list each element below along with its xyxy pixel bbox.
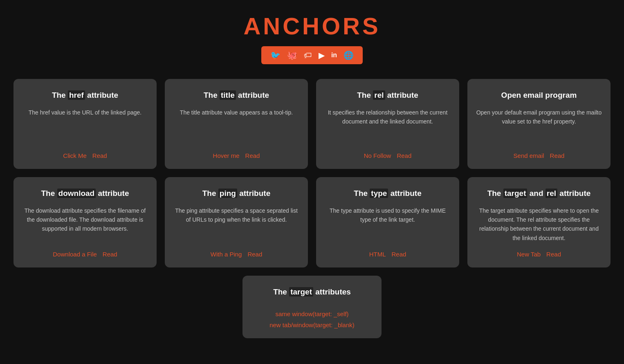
card-target-attrs: The target attributes same window(target… (242, 276, 382, 338)
card-download-desc: The download attribute specifies the fil… (22, 206, 148, 243)
card-target-blank-link[interactable]: new tab/window(target: _blank) (255, 321, 369, 328)
card-target-attrs-title: The target attributes (273, 287, 351, 297)
card-title-attr-title: The title attribute (204, 90, 269, 101)
card-email-links: Send email Read (514, 152, 565, 159)
card-rel-links: No Follow Read (364, 152, 412, 159)
row2-grid: The download attribute The download attr… (13, 177, 611, 267)
twitter-icon[interactable]: 🐦 (267, 49, 284, 61)
bottom-center-area: The target attributes same window(target… (13, 276, 611, 338)
card-type-link1[interactable]: HTML (369, 251, 386, 258)
social-icons-container: 🐦 🐙 🏷 ▶ in 🌐 (261, 46, 363, 64)
card-title-attr-links: Hover me Read (213, 152, 260, 159)
card-rel-desc: It specifies the relationship between th… (324, 108, 451, 144)
card-title-link2[interactable]: Read (245, 152, 260, 159)
card-rel-link1[interactable]: No Follow (364, 152, 391, 159)
card-target-rel-title: The target and rel attribute (487, 189, 591, 199)
card-rel: The rel attribute It specifies the relat… (316, 79, 459, 169)
card-type-links: HTML Read (369, 251, 406, 258)
card-href-title: The href attribute (52, 90, 118, 101)
card-target-rel: The target and rel attribute The target … (467, 177, 611, 267)
card-target-attrs-links: same window(target: _self) new tab/windo… (255, 310, 369, 328)
card-title-attr-desc: The title attribute value appears as a t… (180, 108, 293, 144)
card-ping-links: With a Ping Read (211, 251, 263, 258)
youtube-icon[interactable]: ▶ (315, 49, 328, 61)
card-target-rel-link1[interactable]: New Tab (517, 251, 541, 258)
card-title-link1[interactable]: Hover me (213, 152, 240, 159)
card-href-links: Click Me Read (63, 152, 107, 159)
card-ping-desc: The ping attribute specifies a space sep… (173, 206, 300, 243)
card-target-rel-link2[interactable]: Read (546, 251, 561, 258)
card-title-attr: The title attribute The title attribute … (165, 79, 308, 169)
card-target-rel-desc: The target attribute specifies where to … (476, 206, 602, 243)
card-href-link2[interactable]: Read (92, 152, 107, 159)
card-type-title: The type attribute (354, 189, 421, 199)
row1-grid: The href attribute The href value is the… (13, 79, 611, 169)
card-email-link2[interactable]: Read (550, 152, 565, 159)
card-download-title: The download attribute (41, 189, 129, 199)
card-rel-link2[interactable]: Read (397, 152, 411, 159)
card-href: The href attribute The href value is the… (13, 79, 157, 169)
card-email-link1[interactable]: Send email (514, 152, 544, 159)
card-download-links: Download a File Read (53, 251, 117, 258)
card-href-link1[interactable]: Click Me (63, 152, 87, 159)
card-type-desc: The type attribute is used to specify th… (324, 206, 451, 243)
card-target-rel-links: New Tab Read (517, 251, 561, 258)
card-type: The type attribute The type attribute is… (316, 177, 459, 267)
card-ping-link1[interactable]: With a Ping (211, 251, 242, 258)
card-email-desc: Open your default email program using th… (476, 108, 602, 144)
card-target-self-link[interactable]: same window(target: _self) (255, 310, 369, 317)
card-ping-link2[interactable]: Read (247, 251, 262, 258)
card-email-title: Open email program (501, 90, 577, 101)
globe-icon[interactable]: 🌐 (340, 49, 357, 61)
card-href-desc: The href value is the URL of the linked … (29, 108, 142, 144)
card-email: Open email program Open your default ema… (467, 79, 611, 169)
card-download-link2[interactable]: Read (103, 251, 117, 258)
card-download: The download attribute The download attr… (13, 177, 157, 267)
card-ping: The ping attribute The ping attribute sp… (165, 177, 308, 267)
card-rel-title: The rel attribute (357, 90, 418, 101)
card-download-link1[interactable]: Download a File (53, 251, 97, 258)
linkedin-icon[interactable]: in (328, 51, 340, 60)
card-ping-title: The ping attribute (202, 189, 270, 199)
card-type-link2[interactable]: Read (391, 251, 406, 258)
tag-icon[interactable]: 🏷 (301, 50, 315, 61)
page-title: ANCHORS (8, 12, 616, 40)
social-bar: 🐦 🐙 🏷 ▶ in 🌐 (8, 46, 616, 64)
github-icon[interactable]: 🐙 (284, 49, 301, 61)
